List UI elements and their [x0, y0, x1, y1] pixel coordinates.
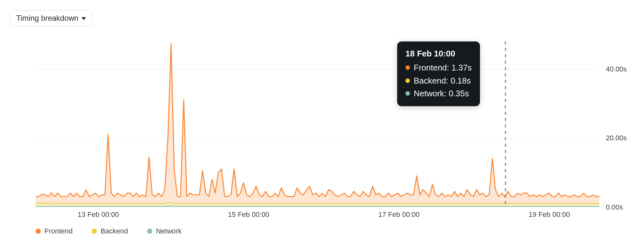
x-axis-tick: 15 Feb 00:00: [228, 210, 269, 219]
timing-chart[interactable]: 0.00s20.00s40.00s13 Feb 00:0015 Feb 00:0…: [36, 41, 599, 207]
tooltip-frontend-label: Frontend: 1.37s: [414, 61, 472, 74]
y-axis-tick: 0.00s: [606, 203, 623, 211]
y-axis-tick: 40.00s: [606, 65, 627, 73]
dropdown-label: Timing breakdown: [16, 14, 78, 23]
tooltip-row-frontend: Frontend: 1.37s: [405, 61, 472, 74]
tooltip-backend-label: Backend: 0.18s: [414, 74, 471, 87]
tooltip-row-backend: Backend: 0.18s: [405, 74, 472, 87]
tooltip-timestamp: 18 Feb 10:00: [405, 47, 472, 60]
chart-tooltip: 18 Feb 10:00 Frontend: 1.37s Backend: 0.…: [397, 41, 480, 106]
x-axis-tick: 13 Feb 00:00: [78, 210, 119, 219]
legend-dot-icon: [405, 91, 410, 96]
legend-dot-icon: [92, 229, 97, 234]
legend-dot-icon: [147, 229, 152, 234]
legend-item-network[interactable]: Network: [147, 227, 182, 235]
y-axis-tick: 20.00s: [606, 134, 627, 142]
legend-dot-icon: [405, 65, 410, 70]
legend-item-frontend[interactable]: Frontend: [36, 227, 73, 235]
tooltip-row-network: Network: 0.35s: [405, 87, 472, 100]
x-axis-tick: 19 Feb 00:00: [529, 210, 570, 219]
x-axis-tick: 17 Feb 00:00: [378, 210, 420, 219]
legend-dot-icon: [405, 78, 410, 83]
legend-backend-label: Backend: [101, 227, 128, 235]
chevron-down-icon: [82, 17, 86, 20]
legend-frontend-label: Frontend: [45, 227, 73, 235]
chart-legend: Frontend Backend Network: [36, 227, 182, 235]
chart-type-dropdown[interactable]: Timing breakdown: [10, 10, 92, 26]
legend-dot-icon: [36, 229, 41, 234]
legend-item-backend[interactable]: Backend: [92, 227, 128, 235]
tooltip-network-label: Network: 0.35s: [414, 87, 469, 100]
legend-network-label: Network: [156, 227, 182, 235]
